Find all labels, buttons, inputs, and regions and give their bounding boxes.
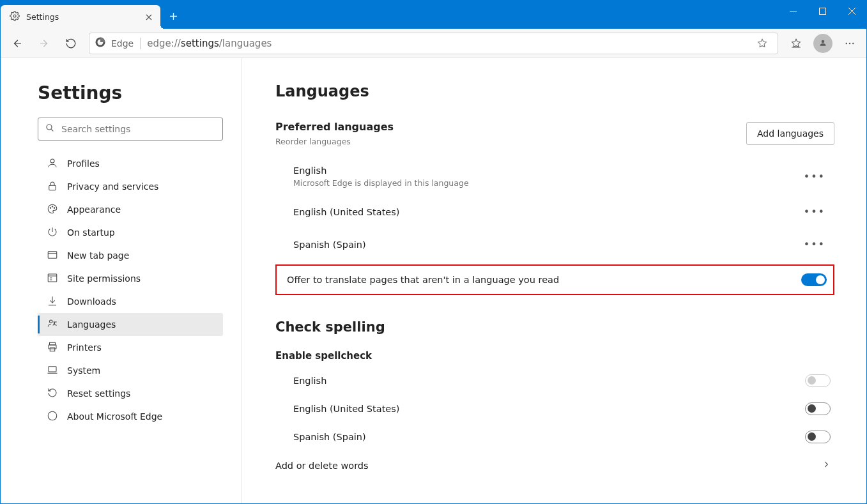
maximize-button[interactable] [808,1,837,21]
refresh-button[interactable] [58,31,84,56]
sidebar-item-label: Downloads [67,296,116,307]
sidebar-item-profiles[interactable]: Profiles [38,152,223,175]
printer-icon [47,341,58,355]
svg-rect-19 [50,347,55,351]
site-identity-label: Edge [111,38,134,49]
sidebar-item-new-tab-page[interactable]: New tab page [38,244,223,267]
sidebar-item-languages[interactable]: Languages [38,313,223,336]
language-subtext: Microsoft Edge is displayed in this lang… [293,178,469,188]
svg-point-4 [822,40,825,43]
preferred-heading: Preferred languages [275,121,394,133]
spellcheck-toggle[interactable] [805,374,831,387]
palette-icon [47,203,58,217]
svg-point-11 [50,207,51,208]
avatar-icon [813,34,832,53]
settings-nav: ProfilesPrivacy and servicesAppearanceOn… [38,152,224,428]
preferred-languages-header: Preferred languages Reorder languages Ad… [275,121,834,146]
url-text: edge://settings/languages [147,38,272,49]
sidebar-item-reset-settings[interactable]: Reset settings [38,382,223,405]
language-name: English [293,165,469,176]
svg-point-13 [54,207,55,208]
svg-point-9 [50,159,54,163]
add-delete-words-label: Add or delete words [275,461,369,471]
address-bar[interactable]: Edge edge://settings/languages [89,33,778,54]
power-icon [47,226,58,240]
sidebar-item-privacy-and-services[interactable]: Privacy and services [38,175,223,198]
gear-icon [10,11,20,24]
titlebar: Settings [1,1,866,29]
spellcheck-row: English (United States) [275,395,834,423]
forward-button[interactable] [31,31,57,56]
translate-offer-row: Offer to translate pages that aren't in … [275,264,834,295]
search-icon [45,123,55,135]
language-more-button[interactable]: ••• [799,203,831,220]
svg-point-7 [852,42,854,43]
minimize-button[interactable] [778,1,808,21]
favorites-button[interactable] [783,31,809,56]
sidebar-item-about-microsoft-edge[interactable]: About Microsoft Edge [38,405,223,428]
svg-point-21 [48,411,57,420]
add-languages-button[interactable]: Add languages [746,122,834,145]
language-name: Spanish (Spain) [293,240,366,250]
svg-rect-17 [50,342,56,345]
favorite-star-icon[interactable] [752,33,772,54]
spellcheck-language-name: English (United States) [293,404,399,414]
svg-rect-15 [48,274,57,282]
sidebar-item-label: New tab page [67,250,129,261]
edge-icon [47,410,58,424]
language-more-button[interactable]: ••• [799,168,831,185]
back-button[interactable] [4,31,30,56]
menu-button[interactable] [837,31,863,56]
permissions-icon [47,272,58,286]
spellcheck-list: EnglishEnglish (United States)Spanish (S… [275,367,834,451]
sidebar-item-downloads[interactable]: Downloads [38,290,223,313]
spellcheck-language-name: English [293,376,326,386]
sidebar-item-label: Languages [67,319,116,330]
svg-rect-14 [48,251,57,258]
translate-offer-toggle[interactable] [801,273,827,286]
svg-point-16 [50,320,53,323]
language-row: English (United States)••• [275,195,834,228]
check-spelling-heading: Check spelling [275,319,834,335]
sidebar-item-label: System [67,365,100,376]
page-title: Settings [38,82,224,103]
spellcheck-toggle[interactable] [805,402,831,415]
svg-rect-20 [49,366,56,371]
spellcheck-language-name: Spanish (Spain) [293,432,366,442]
preferred-languages-list: EnglishMicrosoft Edge is displayed in th… [275,158,834,261]
svg-rect-1 [819,8,825,14]
sidebar-item-site-permissions[interactable]: Site permissions [38,267,223,290]
sidebar-item-label: Reset settings [67,388,130,399]
browser-tab[interactable]: Settings [1,5,160,29]
svg-point-6 [849,42,850,43]
laptop-icon [47,364,58,378]
settings-sidebar: Settings ProfilesPrivacy and servicesApp… [1,58,242,503]
settings-main: Languages Preferred languages Reorder la… [242,58,866,503]
language-more-button[interactable]: ••• [799,236,831,253]
sidebar-item-printers[interactable]: Printers [38,336,223,359]
sidebar-item-label: Appearance [67,204,121,215]
lock-icon [47,180,58,194]
site-identity[interactable]: Edge [95,36,134,50]
svg-rect-10 [49,185,56,190]
close-tab-button[interactable] [144,12,154,22]
spellcheck-row: Spanish (Spain) [275,423,834,451]
profile-button[interactable] [810,31,836,56]
new-tab-button[interactable] [163,6,183,26]
settings-search[interactable] [38,118,223,141]
language-row: EnglishMicrosoft Edge is displayed in th… [275,158,834,195]
translate-offer-label: Offer to translate pages that aren't in … [287,275,559,285]
spellcheck-toggle[interactable] [805,431,831,443]
content: Settings ProfilesPrivacy and servicesApp… [1,58,866,503]
sidebar-item-on-startup[interactable]: On startup [38,221,223,244]
search-input[interactable] [61,124,216,134]
sidebar-item-label: Site permissions [67,273,141,284]
add-delete-words-row[interactable]: Add or delete words [275,451,834,480]
window-icon [47,249,58,263]
sidebar-item-system[interactable]: System [38,359,223,382]
svg-point-5 [846,42,847,43]
edge-logo-icon [95,36,106,50]
close-window-button[interactable] [837,1,866,21]
languages-heading: Languages [275,82,834,100]
sidebar-item-appearance[interactable]: Appearance [38,198,223,221]
